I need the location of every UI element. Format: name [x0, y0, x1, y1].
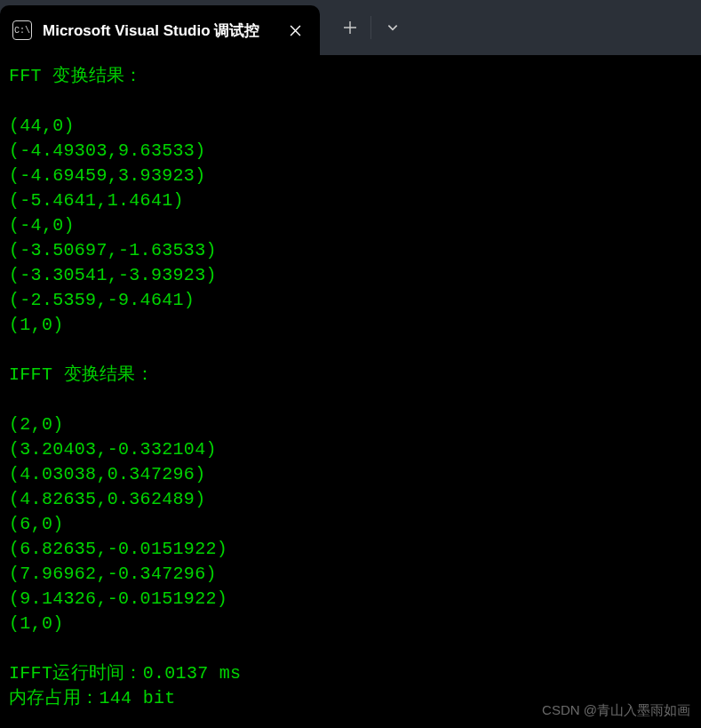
terminal-line: (-4,0)	[9, 213, 692, 238]
close-icon	[290, 25, 301, 36]
terminal-line	[9, 388, 692, 412]
tab-dropdown-button[interactable]	[371, 0, 414, 55]
terminal-line: (3.20403,-0.332104)	[9, 437, 692, 462]
terminal-line: (9.14326,-0.0151922)	[9, 587, 692, 612]
terminal-line: (6,0)	[9, 512, 692, 537]
terminal-line: IFFT运行时间：0.0137 ms	[9, 661, 692, 686]
terminal-icon: C:\	[12, 20, 32, 40]
close-tab-button[interactable]	[283, 18, 307, 43]
new-tab-button[interactable]	[329, 0, 371, 55]
terminal-line	[9, 338, 692, 363]
active-tab[interactable]: C:\ Microsoft Visual Studio 调试控	[0, 5, 320, 55]
terminal-line: FFT 变换结果：	[9, 64, 692, 89]
tab-title: Microsoft Visual Studio 调试控	[43, 20, 272, 41]
terminal-line: (-2.5359,-9.4641)	[9, 288, 692, 313]
title-bar: C:\ Microsoft Visual Studio 调试控	[0, 0, 701, 55]
terminal-line: (7.96962,-0.347296)	[9, 562, 692, 587]
terminal-line: (-3.50697,-1.63533)	[9, 238, 692, 263]
plus-icon	[344, 21, 356, 34]
terminal-line: (1,0)	[9, 612, 692, 636]
watermark: CSDN @青山入墨雨如画	[542, 702, 690, 719]
terminal-line: (6.82635,-0.0151922)	[9, 537, 692, 562]
terminal-line	[9, 89, 692, 114]
terminal-output: FFT 变换结果： (44,0)(-4.49303,9.63533)(-4.69…	[0, 55, 701, 720]
terminal-line: (-4.69459,3.93923)	[9, 164, 692, 188]
terminal-line: (-4.49303,9.63533)	[9, 139, 692, 164]
terminal-line: (44,0)	[9, 114, 692, 139]
terminal-line: (1,0)	[9, 313, 692, 338]
terminal-line: (4.03038,0.347296)	[9, 462, 692, 487]
terminal-icon-label: C:\	[14, 26, 30, 36]
chevron-down-icon	[386, 21, 399, 34]
terminal-line: (2,0)	[9, 412, 692, 437]
terminal-line: (-5.4641,1.4641)	[9, 188, 692, 213]
terminal-line: (4.82635,0.362489)	[9, 487, 692, 512]
terminal-line	[9, 636, 692, 661]
terminal-line: IFFT 变换结果：	[9, 363, 692, 388]
terminal-line: (-3.30541,-3.93923)	[9, 263, 692, 288]
title-bar-actions	[320, 0, 414, 55]
